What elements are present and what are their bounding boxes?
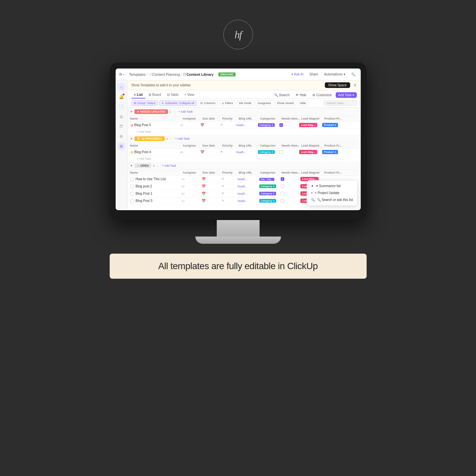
- search-tasks-input[interactable]: Search tasks...: [324, 100, 357, 106]
- add-task-in-progress[interactable]: + Add Task: [175, 137, 189, 140]
- app-logo: h←: [120, 72, 126, 77]
- add-task-row-in-progress[interactable]: + Add Task: [127, 156, 361, 162]
- add-task-button[interactable]: Add Task ▾: [336, 92, 357, 98]
- customize-button[interactable]: ⚙ Customize: [310, 92, 334, 98]
- calendar-icon: 📅: [202, 177, 206, 181]
- organic-badge: ORGANIC: [218, 72, 236, 76]
- filter-show-closed[interactable]: Show closed: [275, 100, 296, 106]
- monitor-screen: h← Templates / 📄 Content Planning / 📋 Co…: [116, 69, 361, 210]
- customize-icon: ⚙: [312, 93, 315, 97]
- needs-checkbox[interactable]: [281, 192, 284, 195]
- table-icon: ⊟: [167, 93, 170, 97]
- sidebar-icon-notifications[interactable]: 🔔: [117, 93, 125, 101]
- product-badge: Product 1: [322, 123, 338, 127]
- priority-cell: ⚑: [221, 184, 238, 188]
- breadcrumb-content-library[interactable]: Content Library: [186, 72, 213, 76]
- needs-checkbox[interactable]: [281, 184, 284, 188]
- tab-list[interactable]: ≡ List: [131, 92, 146, 98]
- assignee-cell: A↑: [182, 185, 202, 188]
- filter-assignees[interactable]: Assignees: [255, 100, 273, 106]
- tab-board[interactable]: ⊞ Board: [146, 92, 164, 98]
- col-headers-open: Name Assignee Due date Priority Blog URL…: [127, 170, 361, 176]
- flag-icon: ⚑: [220, 150, 223, 154]
- search-button[interactable]: 🔍 Search: [272, 92, 292, 98]
- filter-group-status[interactable]: ⊞ Group: Status: [131, 100, 158, 106]
- tab-table[interactable]: ⊟ Table: [164, 92, 181, 98]
- ask-ai-button[interactable]: ✦ Ask AI: [289, 72, 305, 77]
- task-checkbox[interactable]: [130, 192, 134, 196]
- task-status-icon: ◑: [130, 123, 133, 127]
- filter-me-mode[interactable]: Me mode: [237, 100, 254, 106]
- ai-popup-search[interactable]: 🔍 🔍 Search or ask this list: [307, 196, 357, 203]
- task-checkbox[interactable]: [130, 177, 134, 181]
- category-cell: Category 2: [259, 199, 281, 203]
- filter-subtasks[interactable]: ↳ Subtasks: Collapse all: [159, 100, 197, 106]
- monitor-outer: h← Templates / 📄 Content Planning / 📋 Co…: [110, 63, 367, 220]
- due-cell: 📅: [202, 192, 221, 195]
- logo-text: hf: [235, 29, 241, 41]
- blog-url-cell: heath...: [238, 185, 259, 188]
- product-cell: Product 1: [322, 150, 344, 154]
- task-row[interactable]: ◑ Blog Post 4 A↑ 📅 ⚑: [127, 149, 361, 156]
- assignee-cell: A↑: [181, 124, 200, 127]
- filter-columns[interactable]: ⊟ Columns: [198, 100, 218, 106]
- tab-add-view[interactable]: + View: [182, 92, 197, 98]
- col-headers-in-progress: Name Assignee Due date Priority Blog URL…: [127, 143, 361, 149]
- group-in-progress[interactable]: ▼ ⏱ IN PROGRESS 1 ··· + Add Task: [127, 135, 361, 143]
- breadcrumb-templates[interactable]: Templates: [129, 72, 145, 76]
- template-banner: Show Templates to add it to your sidebar…: [127, 80, 361, 90]
- chevron-down-icon: ▾: [344, 72, 345, 76]
- needs-checkbox[interactable]: ✓: [279, 123, 283, 127]
- ai-popup-project-update[interactable]: + + Project Update: [307, 189, 357, 196]
- task-row[interactable]: ◑ Blog Post 5 A↑ 📅 ⚑: [127, 122, 361, 129]
- show-space-button[interactable]: Show Space: [325, 82, 350, 88]
- calendar-icon: 📅: [200, 123, 204, 127]
- priority-cell: ⚑: [221, 199, 238, 203]
- filter-hide[interactable]: Hide: [297, 100, 308, 106]
- needs-checkbox[interactable]: ✓: [281, 177, 284, 181]
- category-badge: Category 1: [259, 192, 276, 195]
- hide-button[interactable]: 👁 Hide: [293, 92, 309, 98]
- group-icon: ⊞: [134, 101, 136, 105]
- group-open[interactable]: ▼ ○ OPEN 4 ··· + Add Task: [127, 162, 361, 170]
- due-cell: 📅: [202, 184, 221, 188]
- task-checkbox[interactable]: [130, 199, 134, 203]
- lead-magnet-cell: Lead Mag...: [299, 123, 322, 127]
- banner-close-icon[interactable]: ✕: [353, 83, 357, 88]
- add-task-open[interactable]: + Add Task: [162, 164, 176, 167]
- blog-url-cell: heath...: [238, 192, 259, 195]
- automations-button[interactable]: Automations ▾: [322, 72, 347, 77]
- category-badge: Cat... Cat...: [259, 178, 274, 181]
- sidebar: ⌂ 🔔 📄 ◎ ⏱ ⊘ ⊞: [116, 80, 127, 209]
- sidebar-icon-pulse[interactable]: ⊘: [117, 132, 125, 140]
- group-needs-updates[interactable]: ▼ ● NEEDS UPDATES 1 ··· + Add Task: [127, 108, 361, 116]
- category-badge: Category 2: [258, 150, 275, 154]
- flag-icon: ⚑: [221, 177, 224, 181]
- lead-magnet-badge: Lead Mag...: [299, 123, 318, 127]
- needs-checkbox[interactable]: [279, 150, 283, 154]
- ai-popup-summarize[interactable]: ✦ ✦ Summarize list: [307, 182, 357, 189]
- due-cell: 📅: [202, 177, 221, 181]
- needs-new-cell: [281, 192, 300, 195]
- needs-checkbox[interactable]: [281, 199, 284, 203]
- more-options-icon[interactable]: ···: [214, 73, 217, 76]
- needs-new-cell: [281, 184, 300, 188]
- add-task-needs-updates[interactable]: + Add Task: [178, 110, 193, 113]
- group-toggle-in-progress[interactable]: ▼: [130, 137, 133, 140]
- sidebar-icon-home[interactable]: ⌂: [117, 83, 125, 91]
- blog-url-cell: heath...: [238, 199, 259, 203]
- task-checkbox[interactable]: [130, 184, 134, 188]
- sidebar-icon-docs[interactable]: 📄: [117, 103, 125, 111]
- breadcrumb-content-planning[interactable]: Content Planning: [152, 72, 180, 76]
- sidebar-icon-clock[interactable]: ⏱: [117, 123, 125, 130]
- group-toggle-open[interactable]: ▼: [130, 164, 133, 167]
- share-button[interactable]: Share: [308, 72, 320, 77]
- add-task-row-needs-updates[interactable]: + Add Task: [127, 129, 361, 135]
- sidebar-icon-goals[interactable]: ◎: [117, 113, 125, 121]
- filter-filters[interactable]: ⊿ Filters: [219, 100, 236, 106]
- blog-url-cell: heath...: [237, 124, 258, 127]
- group-toggle-needs-updates[interactable]: ▼: [130, 110, 133, 113]
- lead-magnet-cell: Lead Mag...: [299, 150, 322, 154]
- search-icon-topbar[interactable]: 🔍: [350, 72, 357, 77]
- sidebar-icon-apps[interactable]: ⊞: [117, 142, 125, 150]
